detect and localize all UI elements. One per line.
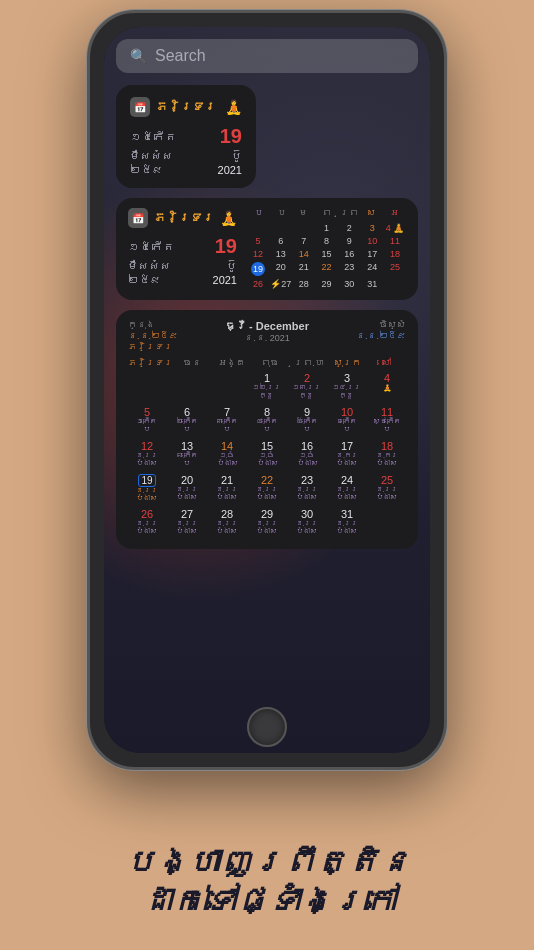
search-label: Search (155, 47, 206, 65)
mini-cal-cell: 12 (247, 248, 269, 260)
large-cal-d7-sub: ៣.កើតប (216, 418, 238, 433)
widget-med-row-3-value: 2021 (213, 274, 237, 286)
large-cal-d24-sub: ន.ររបំងាស (336, 486, 359, 501)
widget-small[interactable]: 📅 ភរិទ្ររ 🧘 ១៥កើត 19 មឺសសំស ប៊ូ (116, 85, 256, 188)
widget-small-title: ភរិទ្ររ (156, 100, 216, 114)
large-cal-d18-num: 18 (381, 440, 393, 452)
large-cal-d8-num: 8 (264, 406, 270, 418)
large-cal-d3: 3 ១៤.ររក្នួ (328, 371, 366, 403)
mini-cal-cell: 7 (293, 235, 315, 247)
large-widget-left-date: ន.ន.២៥៩ (128, 331, 178, 341)
home-button[interactable] (247, 707, 287, 747)
widget-medium[interactable]: 📅 ភរិទ្ររ 🧘 ១៥កើត 19 មឺសសំស (116, 198, 418, 300)
mini-cal-cell: 21 (293, 261, 315, 277)
mini-cal-cell: ⚡27 (270, 278, 292, 290)
widget-row-2: មឺសសំស ប៊ូ (130, 150, 242, 162)
large-cal-d4-sub: 🧘 (383, 384, 392, 399)
widget-medium-icon: 📅 (128, 208, 148, 228)
large-widget-left-label: ក្នុង (128, 320, 178, 330)
large-cal-empty (128, 371, 166, 403)
large-cal-d10: 10 ៦.កើតប (328, 405, 366, 437)
large-cal-d2-num: 2 (304, 372, 310, 384)
large-widget-center-col: ធ្វី - December ន.ន. 2021 (225, 320, 309, 343)
large-cal-d10-num: 10 (341, 406, 353, 418)
mini-cal-cell: 2 (338, 222, 360, 234)
large-cal-d24: 24 ន.ររបំងាស (328, 473, 366, 505)
widget-small-rows: ១៥កើត 19 មឺសសំស ប៊ូ ២៥៩ 2021 (130, 125, 242, 176)
mini-cal-cell: 23 (338, 261, 360, 277)
large-cal-d6-sub: ២.កើតប (176, 418, 198, 433)
widget-small-icon: 📅 (130, 97, 150, 117)
widget-med-row-2-label: មឺសសំស (128, 260, 171, 272)
large-cal-d21: 21 ន.ររបំងាស (208, 473, 246, 505)
mini-cal-day-tu: ប (270, 208, 293, 218)
widget-row-2-label: មឺសសំស (130, 150, 173, 162)
large-cal-d28-num: 28 (221, 508, 233, 520)
search-icon: 🔍 (130, 48, 147, 64)
widget-row-3-value: 2021 (218, 164, 242, 176)
bottom-text: បង្ហាញព្រឹត្តិន ដាក់ទៅផ្ទាំងក្រៅ (0, 843, 534, 920)
mini-cal-grid: 1 2 3 4 🧘 5 6 7 8 9 10 11 12 (247, 222, 406, 290)
mini-cal-cell (384, 278, 406, 290)
large-cal-d1-num: 1 (264, 372, 270, 384)
bottom-text-line2: ដាក់ទៅផ្ទាំងក្រៅ (20, 882, 514, 920)
widget-med-row-2: មឺសសំស ប៊ូ (128, 260, 237, 272)
large-cal-d23: 23 ន.ររបំងាស (288, 473, 326, 505)
large-cal-d17: 17 ន.ករបំងាស (328, 439, 366, 471)
mini-cal-cell: 30 (338, 278, 360, 290)
widget-row-3: ២៥៩ 2021 (130, 164, 242, 176)
mini-cal-cell: 31 (361, 278, 383, 290)
large-cal-d20-num: 20 (181, 474, 193, 486)
large-cal-d17-sub: ន.ករបំងាស (336, 452, 358, 467)
mini-cal-day-sa: ស (361, 208, 384, 218)
large-cal-d5: 5 ១.កើតប (128, 405, 166, 437)
large-cal-d8-sub: ៤.កើតប (256, 418, 278, 433)
large-cal-d15: 15 ១.ចំបំងាស (248, 439, 286, 471)
mini-cal-cell: 8 (316, 235, 338, 247)
search-bar[interactable]: 🔍 Search (116, 39, 418, 73)
large-cal-d29-sub: ន.ររបំងាស (256, 520, 279, 535)
large-cal-d13: 13 ៩.កើតប (168, 439, 206, 471)
mini-cal-day-fr: ព្រ (338, 208, 361, 218)
mini-cal-cell: 16 (338, 248, 360, 260)
large-cal-d14-num: 14 (221, 440, 233, 452)
large-cal-grid: 1 ១២.ររក្នួ 2 ១៣.ររក្នួ 3 ១៤.ររក្នួ 4 (128, 371, 406, 539)
large-cal-d23-sub: ន.ររបំងាស (296, 486, 319, 501)
mini-cal-cell: 26 (247, 278, 269, 290)
large-cal-d21-sub: ន.ររបំងាស (216, 486, 239, 501)
large-cal-d3-sub: ១៤.ររក្នួ (333, 384, 362, 399)
large-cal-d26-sub: ន.ររបំងាស (136, 520, 159, 535)
large-cal-d16-num: 16 (301, 440, 313, 452)
large-cal-d31: 31 ន.ររបំងាស (328, 507, 366, 539)
large-cal-d25-sub: ន.ររបំងាស (376, 486, 399, 501)
large-cal-d17-num: 17 (341, 440, 353, 452)
large-cal-d22: 22 ន.ររបំងាស (248, 473, 286, 505)
large-cal-d25: 25 ន.ររបំងាស (368, 473, 406, 505)
widget-medium-title: ភរិទ្ររ (154, 211, 214, 225)
mini-cal-cell-today: 19 (247, 261, 269, 277)
mini-cal-cell: 13 (270, 248, 292, 260)
large-widget-right-label: ចិស្សំ (356, 320, 406, 330)
large-cal-d22-num: 22 (261, 474, 273, 486)
large-cal-hdr-3: អង្គ (212, 358, 251, 368)
bottom-text-line1: បង្ហាញព្រឹត្តិន (20, 843, 514, 881)
large-cal-d30-num: 30 (301, 508, 313, 520)
screen-content[interactable]: 🔍 Search 📅 ភរិទ្ររ 🧘 ១៥កើត (104, 27, 430, 753)
large-widget-right-date: ន.ន.២៥៩ (356, 331, 406, 341)
mini-cal-cell (247, 222, 269, 234)
large-cal-d7-num: 7 (224, 406, 230, 418)
mini-cal-cell: 15 (316, 248, 338, 260)
large-cal-d14-sub: ១.ចំបំងាស (217, 452, 238, 467)
mini-cal-cell: 22 (316, 261, 338, 277)
large-cal-d9-num: 9 (304, 406, 310, 418)
widget-large[interactable]: ក្នុង ន.ន.២៥៩ ភរិទ្ររ ធ្វី - December ន.… (116, 310, 418, 549)
large-cal-d22-sub: ន.ររបំងាស (256, 486, 279, 501)
side-button-right (445, 173, 447, 223)
large-cal-d20: 20 ន.ររបំងាស (168, 473, 206, 505)
large-cal-d27-num: 27 (181, 508, 193, 520)
large-cal-d6: 6 ២.កើតប (168, 405, 206, 437)
phone-screen: 🔍 Search 📅 ភរិទ្ររ 🧘 ១៥កើត (104, 27, 430, 753)
large-cal-d27: 27 ន.ររបំងាស (168, 507, 206, 539)
mini-cal-cell: 17 (361, 248, 383, 260)
large-cal-empty (168, 371, 206, 403)
